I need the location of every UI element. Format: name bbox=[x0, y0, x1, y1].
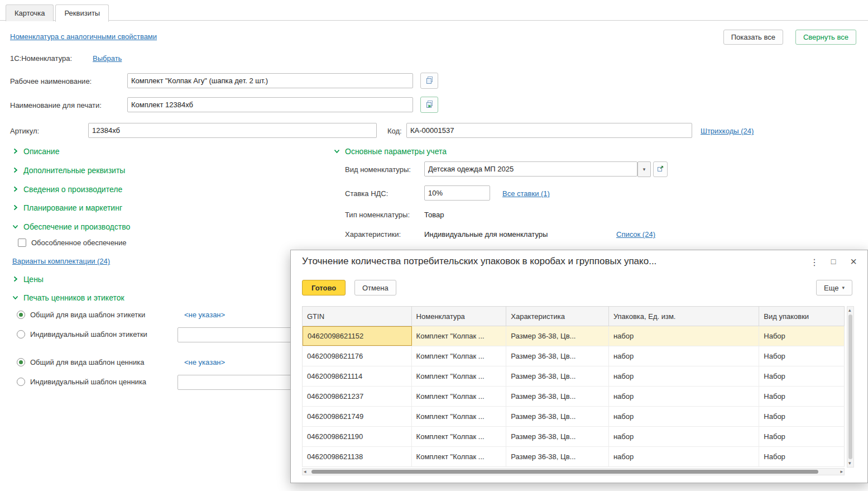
section-additional-attributes[interactable]: Дополнительные реквизиты bbox=[12, 166, 125, 175]
table-row[interactable]: 04620098621176 Комплект "Колпак ... Разм… bbox=[302, 346, 845, 366]
cell-package[interactable]: набор bbox=[609, 407, 759, 426]
horizontal-scrollbar[interactable]: ◂ ▸ bbox=[302, 468, 845, 475]
section-main-params[interactable]: Основные параметры учета bbox=[334, 147, 447, 156]
separate-supply-checkbox[interactable] bbox=[18, 239, 26, 247]
cell-characteristic[interactable]: Размер 36-38, Цв... bbox=[506, 346, 609, 366]
cell-characteristic[interactable]: Размер 36-38, Цв... bbox=[506, 387, 609, 406]
section-labels-printing[interactable]: Печать ценников и этикеток bbox=[12, 293, 124, 302]
copy-name-button[interactable] bbox=[420, 73, 438, 89]
cell-kind[interactable]: Набор bbox=[759, 366, 844, 386]
close-icon[interactable]: × bbox=[848, 255, 859, 268]
section-manufacturer-info[interactable]: Сведения о производителе bbox=[12, 185, 122, 194]
fill-print-name-button[interactable] bbox=[420, 97, 438, 113]
kebab-menu-icon[interactable]: ⋮ bbox=[809, 257, 820, 268]
horizontal-scroll-thumb[interactable] bbox=[311, 470, 818, 474]
copy-arrow-icon bbox=[425, 100, 434, 110]
cell-nomenclature[interactable]: Комплект "Колпак ... bbox=[412, 366, 507, 386]
column-header-nomenclature[interactable]: Номенклатура bbox=[412, 307, 507, 326]
characteristics-list-link[interactable]: Список (24) bbox=[616, 230, 655, 239]
cell-kind[interactable]: Набор bbox=[759, 427, 844, 446]
section-prices[interactable]: Цены bbox=[12, 275, 44, 284]
cell-characteristic[interactable]: Размер 36-38, Цв... bbox=[506, 407, 609, 426]
cell-gtin[interactable]: 04620098621190 bbox=[303, 427, 412, 446]
cell-kind[interactable]: Набор bbox=[759, 407, 844, 426]
common-price-tag-value[interactable]: <не указан> bbox=[184, 358, 225, 366]
individual-price-tag-input[interactable] bbox=[178, 375, 295, 390]
kind-dropdown-button[interactable]: ▾ bbox=[637, 161, 651, 177]
column-header-package[interactable]: Упаковка, Ед. изм. bbox=[609, 307, 759, 326]
article-input[interactable] bbox=[88, 123, 377, 138]
cancel-button[interactable]: Отмена bbox=[354, 280, 396, 295]
cell-package[interactable]: набор bbox=[609, 326, 759, 346]
common-price-tag-radio[interactable] bbox=[17, 358, 25, 366]
section-description[interactable]: Описание bbox=[12, 147, 59, 156]
done-button[interactable]: Готово bbox=[302, 280, 346, 295]
table-row[interactable]: 04620098621190 Комплект "Колпак ... Разм… bbox=[302, 427, 845, 447]
characteristics-label: Характеристики: bbox=[345, 230, 401, 239]
table-row[interactable]: 04620098621138 Комплект "Колпак ... Разм… bbox=[302, 447, 845, 467]
cell-kind[interactable]: Набор bbox=[759, 326, 844, 346]
cell-gtin[interactable]: 04620098621237 bbox=[303, 387, 412, 406]
individual-label-input[interactable] bbox=[178, 327, 295, 342]
print-name-input[interactable] bbox=[127, 97, 413, 112]
cell-nomenclature[interactable]: Комплект "Колпак ... bbox=[412, 427, 507, 446]
common-label-radio[interactable] bbox=[17, 311, 25, 319]
cell-package[interactable]: набор bbox=[609, 366, 759, 386]
table-row[interactable]: 04620098621749 Комплект "Колпак ... Разм… bbox=[302, 407, 845, 427]
column-header-gtin[interactable]: GTIN bbox=[303, 307, 412, 326]
cell-characteristic[interactable]: Размер 36-38, Цв... bbox=[506, 326, 609, 346]
cell-characteristic[interactable]: Размер 36-38, Цв... bbox=[506, 447, 609, 466]
code-input[interactable] bbox=[406, 123, 692, 138]
cell-nomenclature[interactable]: Комплект "Колпак ... bbox=[412, 407, 507, 426]
cell-nomenclature[interactable]: Комплект "Колпак ... bbox=[412, 346, 507, 366]
cell-package[interactable]: набор bbox=[609, 447, 759, 466]
cell-nomenclature[interactable]: Комплект "Колпак ... bbox=[412, 326, 507, 346]
column-header-characteristic[interactable]: Характеристика bbox=[506, 307, 609, 326]
common-label-value[interactable]: <не указан> bbox=[184, 311, 225, 319]
table-row[interactable]: 04620098621152 Комплект "Колпак ... Разм… bbox=[302, 326, 845, 346]
cell-package[interactable]: набор bbox=[609, 387, 759, 406]
cell-gtin[interactable]: 04620098621176 bbox=[303, 346, 412, 366]
scroll-down-icon[interactable]: ▾ bbox=[848, 460, 851, 466]
cell-package[interactable]: набор bbox=[609, 346, 759, 366]
cell-gtin[interactable]: 04620098621114 bbox=[303, 366, 412, 386]
cell-kind[interactable]: Набор bbox=[759, 346, 844, 366]
section-planning-marketing[interactable]: Планирование и маркетинг bbox=[12, 203, 122, 212]
cell-nomenclature[interactable]: Комплект "Колпак ... bbox=[412, 387, 507, 406]
vat-input[interactable] bbox=[424, 185, 490, 201]
working-name-input[interactable] bbox=[127, 73, 413, 88]
onec-choose-link[interactable]: Выбрать bbox=[93, 54, 122, 63]
similar-nomenclature-link[interactable]: Номенклатура с аналогичными свойствами bbox=[10, 32, 157, 41]
cell-kind[interactable]: Набор bbox=[759, 447, 844, 466]
column-header-kind[interactable]: Вид упаковки bbox=[759, 307, 844, 326]
table-row[interactable]: 04620098621114 Комплект "Колпак ... Разм… bbox=[302, 366, 845, 387]
cell-gtin[interactable]: 04620098621152 bbox=[303, 326, 412, 346]
cell-characteristic[interactable]: Размер 36-38, Цв... bbox=[506, 427, 609, 446]
cell-kind[interactable]: Набор bbox=[759, 387, 844, 406]
more-button[interactable]: Еще▾ bbox=[816, 280, 852, 295]
vat-rates-link[interactable]: Все ставки (1) bbox=[502, 189, 550, 198]
scroll-left-icon[interactable]: ◂ bbox=[304, 469, 306, 475]
scroll-right-icon[interactable]: ▸ bbox=[840, 469, 843, 475]
cell-gtin[interactable]: 04620098621749 bbox=[303, 407, 412, 426]
maximize-icon[interactable]: □ bbox=[828, 257, 839, 266]
tab-requisites[interactable]: Реквизиты bbox=[55, 4, 109, 22]
kind-open-button[interactable] bbox=[653, 161, 668, 177]
vertical-scroll-thumb[interactable] bbox=[848, 314, 852, 459]
show-all-button[interactable]: Показать все bbox=[723, 30, 783, 45]
section-supply-production[interactable]: Обеспечение и производство bbox=[12, 222, 130, 231]
collapse-all-button[interactable]: Свернуть все bbox=[795, 30, 856, 45]
kind-input[interactable] bbox=[424, 161, 637, 177]
cell-nomenclature[interactable]: Комплект "Колпак ... bbox=[412, 447, 507, 466]
table-row[interactable]: 04620098621237 Комплект "Колпак ... Разм… bbox=[302, 387, 845, 407]
barcodes-link[interactable]: Штрихкоды (24) bbox=[701, 127, 754, 135]
individual-label-radio[interactable] bbox=[17, 330, 25, 339]
tab-card[interactable]: Карточка bbox=[6, 4, 54, 21]
cell-package[interactable]: набор bbox=[609, 427, 759, 446]
vertical-scrollbar[interactable]: ▴ ▾ bbox=[847, 306, 854, 468]
scroll-up-icon[interactable]: ▴ bbox=[848, 307, 851, 313]
cell-gtin[interactable]: 04620098621138 bbox=[303, 447, 412, 466]
cell-characteristic[interactable]: Размер 36-38, Цв... bbox=[506, 366, 609, 386]
kit-variants-link[interactable]: Варианты комплектации (24) bbox=[12, 257, 110, 265]
individual-price-tag-radio[interactable] bbox=[17, 378, 25, 386]
